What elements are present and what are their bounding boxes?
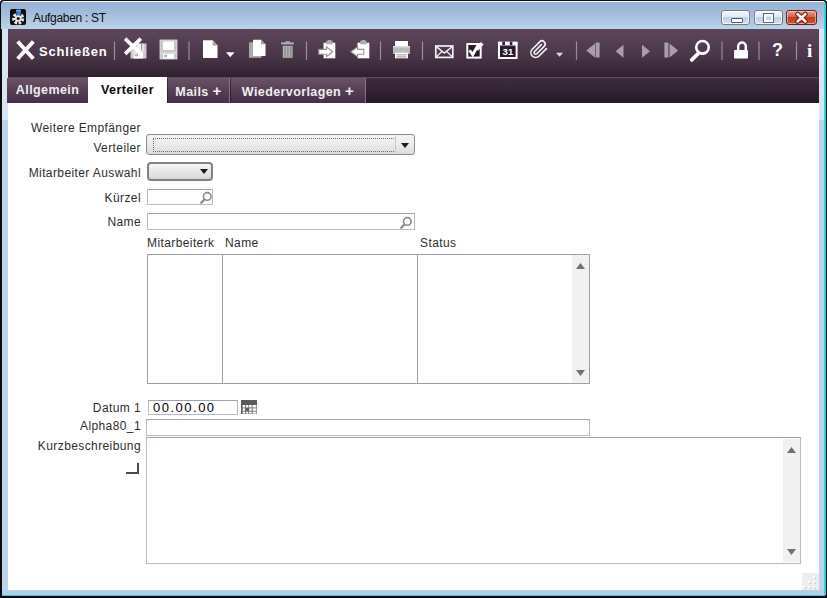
svg-text:31: 31 (503, 46, 514, 57)
